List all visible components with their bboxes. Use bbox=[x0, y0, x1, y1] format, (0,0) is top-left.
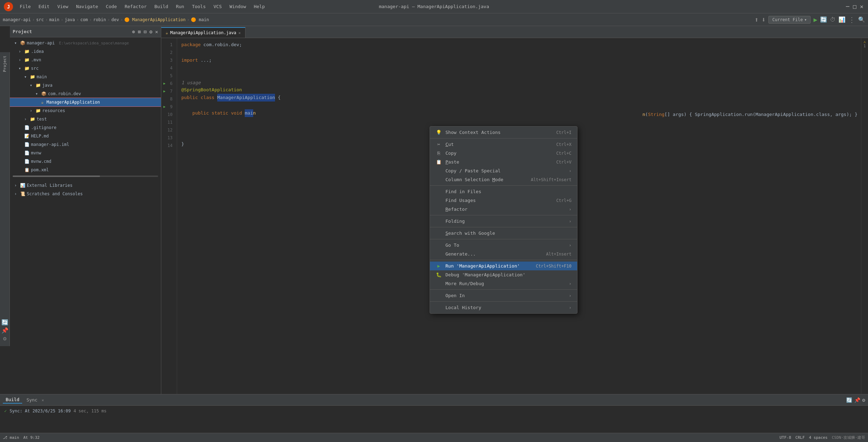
ctx-folding[interactable]: Folding › bbox=[430, 217, 577, 226]
breadcrumb-java[interactable]: java bbox=[65, 17, 75, 22]
tree-item-pom[interactable]: 📋 pom.xml bbox=[10, 166, 161, 174]
warning-indicator: ⚠ bbox=[861, 39, 868, 44]
menu-code[interactable]: Code bbox=[102, 2, 120, 11]
ctx-refactor[interactable]: Refactor › bbox=[430, 205, 577, 214]
ctx-open-in[interactable]: Open In › bbox=[430, 291, 577, 300]
ctx-cut[interactable]: ✂ Cut Ctrl+X bbox=[430, 140, 577, 149]
tree-item-main[interactable]: ▾ 📁 main bbox=[10, 73, 161, 81]
profiler-button[interactable]: 📊 bbox=[838, 16, 845, 23]
breadcrumb-root[interactable]: manager-api bbox=[3, 17, 31, 22]
settings-panel-icon[interactable]: ⚙ bbox=[149, 29, 152, 35]
tree-item-mvn[interactable]: › 📁 .mvn bbox=[10, 56, 161, 64]
expand-all-icon[interactable]: ⊞ bbox=[138, 29, 140, 35]
tree-label-mvn: .mvn bbox=[31, 57, 41, 62]
settings-icon[interactable]: ⚙ bbox=[3, 335, 7, 342]
ctx-generate[interactable]: Generate... Alt+Insert bbox=[430, 250, 577, 258]
menu-edit[interactable]: Edit bbox=[35, 2, 53, 11]
tree-item-mvnwcmd[interactable]: 📄 mvnw.cmd bbox=[10, 157, 161, 166]
status-line-endings[interactable]: CRLF bbox=[795, 435, 805, 440]
back-button[interactable]: ⬆ bbox=[754, 16, 758, 24]
tree-item-ext-libs[interactable]: › 📊 External Libraries bbox=[10, 181, 161, 190]
ctx-show-context-actions[interactable]: 💡 Show Context Actions Ctrl+I bbox=[430, 128, 577, 137]
menu-window[interactable]: Window bbox=[226, 2, 250, 11]
horizontal-scroll[interactable] bbox=[13, 176, 158, 180]
ctx-more-run-debug[interactable]: More Run/Debug › bbox=[430, 279, 577, 288]
tree-item-idea[interactable]: › 📁 .idea bbox=[10, 47, 161, 56]
breadcrumb-class[interactable]: 🟠 ManagerApiApplication bbox=[124, 17, 186, 22]
build-pin-icon[interactable]: 📌 bbox=[854, 397, 860, 403]
breadcrumb-src[interactable]: src bbox=[36, 17, 44, 22]
maximize-button[interactable]: □ bbox=[852, 4, 857, 10]
ctx-copy-paste-special[interactable]: Copy / Paste Special › bbox=[430, 166, 577, 175]
tree-item-help[interactable]: 📝 HELP.md bbox=[10, 132, 161, 140]
window-controls: ─ □ ✕ bbox=[845, 4, 864, 10]
ctx-copy[interactable]: ⎘ Copy Ctrl+C bbox=[430, 149, 577, 158]
file-tree: ▾ 📦 manager-api E:\workspace\idea_space\… bbox=[10, 37, 161, 394]
git-branch[interactable]: ⎇ main bbox=[3, 435, 19, 440]
tab-close-icon[interactable]: ✕ bbox=[238, 31, 241, 35]
more-button[interactable]: ⋮ bbox=[848, 16, 855, 24]
breadcrumb-method[interactable]: 🟠 main bbox=[191, 17, 209, 22]
breadcrumb-robin[interactable]: robin bbox=[93, 17, 106, 22]
tree-item-scratches[interactable]: › 📜 Scratches and Consoles bbox=[10, 190, 161, 198]
ctx-paste[interactable]: 📋 Paste Ctrl+V bbox=[430, 158, 577, 166]
breadcrumb-main[interactable]: main bbox=[49, 17, 60, 22]
menu-build[interactable]: Build bbox=[151, 2, 172, 11]
ctx-goto[interactable]: Go To › bbox=[430, 241, 577, 250]
ctx-shortcut-cut: Ctrl+X bbox=[556, 142, 572, 147]
ctx-find-in-files[interactable]: Find in Files bbox=[430, 187, 577, 196]
menu-file[interactable]: File bbox=[16, 2, 34, 11]
status-indent[interactable]: 4 spaces bbox=[809, 435, 828, 440]
sync-icon[interactable]: 🔄 bbox=[1, 319, 8, 326]
current-file-dropdown[interactable]: Current File ▾ bbox=[768, 16, 811, 24]
tree-item-resources[interactable]: › 📁 resources bbox=[10, 106, 161, 115]
tree-item-mvnw[interactable]: 📄 mvnw bbox=[10, 149, 161, 157]
menu-vcs[interactable]: VCS bbox=[210, 2, 225, 11]
menu-run[interactable]: Run bbox=[173, 2, 188, 11]
menu-help[interactable]: Help bbox=[250, 2, 268, 11]
close-button[interactable]: ✕ bbox=[859, 4, 864, 10]
ctx-shortcut-generate: Alt+Insert bbox=[546, 252, 572, 257]
bulb-icon: 💡 bbox=[436, 130, 442, 135]
ctx-debug[interactable]: 🐛 Debug 'ManagerApiApplication' bbox=[430, 270, 577, 279]
tree-item-main-class[interactable]: ☕ ManagerApiApplication bbox=[10, 98, 161, 106]
ctx-find-usages[interactable]: Find Usages Ctrl+G bbox=[430, 196, 577, 205]
run-button[interactable]: ▶ bbox=[813, 16, 817, 23]
pin-icon[interactable]: 📌 bbox=[1, 327, 8, 334]
breadcrumb-dev[interactable]: dev bbox=[111, 17, 119, 22]
menu-refactor[interactable]: Refactor bbox=[121, 2, 150, 11]
ctx-column-selection[interactable]: Column Selection Mode Alt+Shift+Insert bbox=[430, 175, 577, 184]
project-tab[interactable]: Project bbox=[1, 54, 8, 74]
minimize-button[interactable]: ─ bbox=[845, 4, 850, 10]
forward-button[interactable]: ⬇ bbox=[761, 16, 766, 24]
build-tab-sync[interactable]: Sync ✕ bbox=[26, 397, 44, 403]
tree-item-package[interactable]: ▾ 📦 com.robin.dev bbox=[10, 90, 161, 98]
code-editor: 1 2 3 4 5 6 7 8 9 10 11 12 13 14 package… bbox=[161, 38, 868, 394]
menu-navigate[interactable]: Navigate bbox=[73, 2, 102, 11]
tree-item-test[interactable]: › 📁 test bbox=[10, 115, 161, 123]
collapse-icon-java: ▾ bbox=[28, 83, 34, 88]
tree-item-src[interactable]: ▾ 📁 src bbox=[10, 64, 161, 73]
ctx-search-google[interactable]: Search with Google bbox=[430, 229, 577, 238]
search-icon[interactable]: 🔍 bbox=[858, 16, 865, 23]
tree-item-gitignore[interactable]: 📄 .gitignore bbox=[10, 123, 161, 132]
add-icon[interactable]: ⊕ bbox=[132, 29, 135, 35]
close-panel-icon[interactable]: ✕ bbox=[155, 29, 158, 35]
build-settings-icon[interactable]: ⚙ bbox=[862, 397, 865, 403]
tree-item-iml[interactable]: 📄 manager-api.iml bbox=[10, 140, 161, 149]
build-sync-icon[interactable]: 🔄 bbox=[846, 397, 852, 403]
menu-tools[interactable]: Tools bbox=[188, 2, 209, 11]
ctx-local-history[interactable]: Local History › bbox=[430, 303, 577, 312]
tree-item-java[interactable]: ▾ 📁 java bbox=[10, 81, 161, 90]
close-sync-tab[interactable]: ✕ bbox=[42, 398, 44, 403]
tree-item-root[interactable]: ▾ 📦 manager-api E:\workspace\idea_space\… bbox=[10, 39, 161, 47]
rerun-button[interactable]: 🔄 bbox=[820, 16, 827, 23]
collapse-all-icon[interactable]: ⊟ bbox=[144, 29, 146, 35]
ctx-run[interactable]: ▶ Run 'ManagerApiApplication' Ctrl+Shift… bbox=[430, 262, 577, 270]
menu-view[interactable]: View bbox=[54, 2, 72, 11]
build-tab[interactable]: Build bbox=[3, 396, 22, 404]
breadcrumb-com[interactable]: com bbox=[80, 17, 88, 22]
status-encoding[interactable]: UTF-8 bbox=[780, 435, 791, 440]
coverage-button[interactable]: ⏱ bbox=[830, 16, 836, 23]
editor-tab-main[interactable]: ☕ ManagerApiApplication.java ✕ bbox=[161, 27, 245, 38]
